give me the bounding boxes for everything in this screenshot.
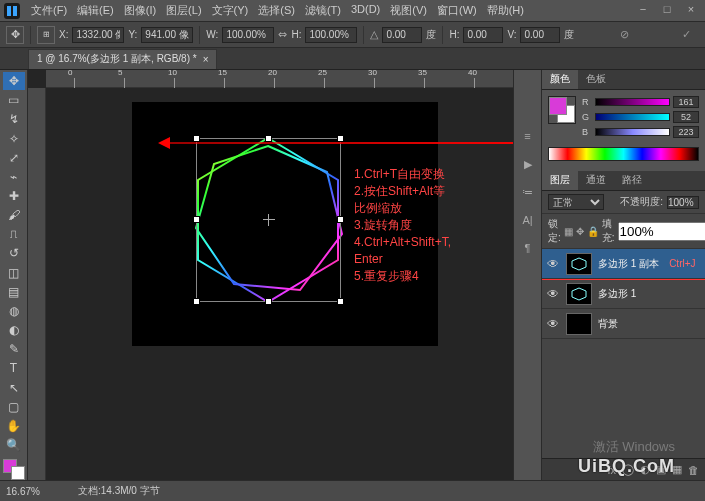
menu-窗口[interactable]: 窗口(W) [432,1,482,20]
actions-panel-icon[interactable]: ▶ [518,154,538,174]
transform-center[interactable] [263,214,275,226]
color-swatches[interactable] [3,459,25,480]
layer-row[interactable]: 👁多边形 1 [542,279,705,309]
y-field[interactable] [141,27,193,43]
pen-tool[interactable]: ✎ [3,340,25,358]
path-tool[interactable]: ↖ [3,379,25,397]
handle-e[interactable] [337,216,344,223]
healing-tool[interactable]: ✚ [3,187,25,205]
slider-G[interactable] [595,113,670,121]
menu-视图[interactable]: 视图(V) [385,1,432,20]
history-brush-tool[interactable]: ↺ [3,244,25,262]
dodge-tool[interactable]: ◐ [3,321,25,339]
handle-nw[interactable] [193,135,200,142]
properties-panel-icon[interactable]: ≔ [518,182,538,202]
document-tab[interactable]: 1 @ 16.7%(多边形 1 副本, RGB/8) * × [28,49,217,69]
wand-tool[interactable]: ✧ [3,129,25,147]
skew-h-field[interactable] [463,27,503,43]
handle-ne[interactable] [337,135,344,142]
layer-name: 背景 [598,317,618,331]
tab-close-icon[interactable]: × [203,54,209,65]
close-button[interactable]: × [681,2,701,16]
layer-thumbnail[interactable] [566,283,592,305]
x-field[interactable] [72,27,124,43]
restore-button[interactable]: □ [657,2,677,16]
menu-帮助[interactable]: 帮助(H) [482,1,529,20]
commit-transform-icon[interactable]: ✓ [675,26,699,44]
visibility-icon[interactable]: 👁 [546,257,560,271]
h-field[interactable] [305,27,357,43]
fg-swatch[interactable] [549,97,567,115]
visibility-icon[interactable]: 👁 [546,287,560,301]
color-tab-1[interactable]: 色板 [578,70,614,89]
menu-选择[interactable]: 选择(S) [253,1,300,20]
slider-B[interactable] [595,128,670,136]
move-tool[interactable]: ✥ [3,72,25,90]
menu-文字[interactable]: 文字(Y) [207,1,254,20]
lock-all-icon[interactable]: 🔒 [587,224,599,238]
lock-position-icon[interactable]: ✥ [576,224,584,238]
fill-label: 填充: [602,217,615,245]
menu-滤镜[interactable]: 滤镜(T) [300,1,346,20]
zoom-tool[interactable]: 🔍 [3,436,25,454]
handle-se[interactable] [337,298,344,305]
w-field[interactable] [222,27,274,43]
marquee-tool[interactable]: ▭ [3,91,25,109]
angle-field[interactable] [382,27,422,43]
handle-sw[interactable] [193,298,200,305]
menu-图像[interactable]: 图像(I) [119,1,161,20]
layer-row[interactable]: 👁多边形 1 副本Ctrl+J [542,249,705,279]
slider-R[interactable] [595,98,670,106]
layer-tab-2[interactable]: 路径 [614,171,650,190]
trash-icon[interactable]: 🗑 [688,464,699,476]
shape-tool[interactable]: ▢ [3,398,25,416]
layer-tab-1[interactable]: 通道 [578,171,614,190]
handle-n[interactable] [265,135,272,142]
handle-s[interactable] [265,298,272,305]
reference-point-icon[interactable]: ⊞ [37,26,55,44]
minimize-button[interactable]: − [633,2,653,16]
eraser-tool[interactable]: ◫ [3,264,25,282]
color-tab-0[interactable]: 颜色 [542,70,578,89]
gradient-tool[interactable]: ▤ [3,283,25,301]
transform-bounding-box[interactable] [196,138,341,302]
lock-pixels-icon[interactable]: ▦ [564,224,573,238]
background-color[interactable] [11,466,25,480]
eyedropper-tool[interactable]: ⌁ [3,168,25,186]
blur-tool[interactable]: ◍ [3,302,25,320]
menu-文件[interactable]: 文件(F) [26,1,72,20]
menu-3d[interactable]: 3D(D) [346,1,385,20]
layer-thumbnail[interactable] [566,253,592,275]
color-preview[interactable] [548,96,576,124]
blend-mode-select[interactable]: 正常 [548,194,604,210]
menu-编辑[interactable]: 编辑(E) [72,1,119,20]
cancel-transform-icon[interactable]: ⊘ [613,26,637,44]
history-panel-icon[interactable]: ≡ [518,126,538,146]
visibility-icon[interactable]: 👁 [546,317,560,331]
color-spectrum[interactable] [548,147,699,161]
fill-field[interactable] [618,222,705,241]
layer-row[interactable]: 👁背景 [542,309,705,339]
stamp-tool[interactable]: ⎍ [3,225,25,243]
opacity-field[interactable] [667,196,699,209]
w-label: W: [206,29,218,40]
layer-tab-0[interactable]: 图层 [542,171,578,190]
brush-tool[interactable]: 🖌 [3,206,25,224]
transform-icon[interactable]: ✥ [6,26,24,44]
canvas-area[interactable]: 1.Ctrl+T自由变换2.按住Shift+Alt等比例缩放3.旋转角度4.Ct… [46,88,513,480]
document-canvas[interactable]: 1.Ctrl+T自由变换2.按住Shift+Alt等比例缩放3.旋转角度4.Ct… [132,102,438,346]
character-panel-icon[interactable]: A| [518,210,538,230]
right-panel-group: 颜色色板 R161G52B223 图层通道路径 正常 不透明度: 锁定: ▦ ✥… [541,70,705,480]
annotation-instructions: 1.Ctrl+T自由变换2.按住Shift+Alt等比例缩放3.旋转角度4.Ct… [354,166,451,285]
link-icon[interactable]: ⇔ [278,28,287,41]
skew-v-field[interactable] [520,27,560,43]
layer-thumbnail[interactable] [566,313,592,335]
hand-tool[interactable]: ✋ [3,417,25,435]
zoom-level[interactable]: 16.67% [6,486,64,497]
handle-w[interactable] [193,216,200,223]
menu-图层[interactable]: 图层(L) [161,1,206,20]
crop-tool[interactable]: ⤢ [3,149,25,167]
paragraph-panel-icon[interactable]: ¶ [518,238,538,258]
lasso-tool[interactable]: ↯ [3,110,25,128]
type-tool[interactable]: T [3,359,25,377]
